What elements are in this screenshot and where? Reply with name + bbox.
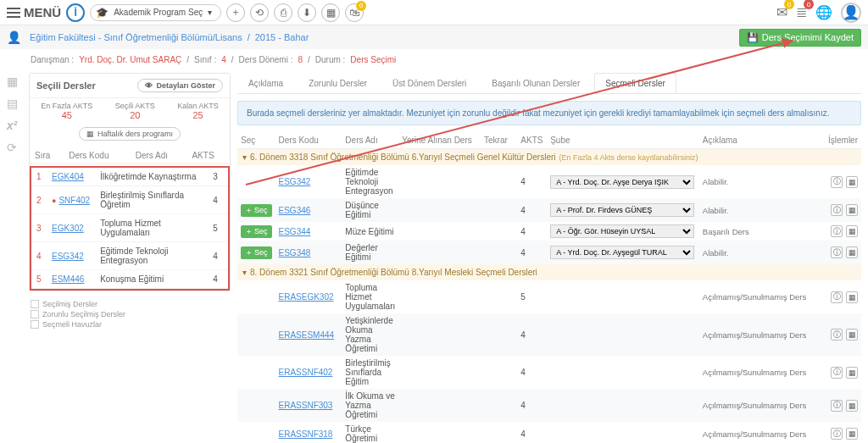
course-code-link[interactable]: ERASESM444 <box>279 330 335 340</box>
add-button[interactable]: ＋ <box>226 3 245 22</box>
sube-select[interactable]: A - Öğr. Gör. Hüseyin UYSAL <box>550 224 694 238</box>
info-icon[interactable]: ⓘ <box>831 204 843 216</box>
cart-button[interactable]: 🛍 <box>345 3 364 22</box>
col-ad: Ders Adı <box>131 147 187 164</box>
course-code-link[interactable]: ESG344 <box>279 227 311 236</box>
course-code-link[interactable]: ESG342 <box>52 252 84 261</box>
course-row: ERASSNF318Türkçe Öğretimi4Açılmamış/Sunu… <box>237 422 861 443</box>
tab-basarili[interactable]: Başarılı Olunan Dersler <box>481 73 591 93</box>
rail-calendar-icon[interactable]: ▦ <box>7 75 18 88</box>
schedule-icon[interactable]: ▦ <box>846 176 858 188</box>
course-code-link[interactable]: EGK302 <box>52 224 84 233</box>
rem-akts-label: Kalan AKTS <box>177 102 219 110</box>
info-icon[interactable]: ⓘ <box>831 225 843 237</box>
max-akts-value: 45 <box>41 110 92 120</box>
schedule-icon[interactable]: ▦ <box>846 291 858 303</box>
calendar-button[interactable]: ▦ <box>321 3 340 22</box>
info-icon[interactable]: ⓘ <box>831 428 843 440</box>
info-icon[interactable]: ⓘ <box>831 291 843 303</box>
rail-x2-icon[interactable]: x² <box>7 119 17 132</box>
mail-icon[interactable]: ✉0 <box>776 4 787 20</box>
course-code-link[interactable]: EGK404 <box>52 172 84 181</box>
sube-select[interactable]: A - Yrd. Doç. Dr. Ayşegül TURAL <box>550 246 694 259</box>
schedule-icon[interactable]: ▦ <box>846 225 858 237</box>
course-code-link[interactable]: SNF402 <box>58 196 90 205</box>
breadcrumb-part2: 2015 - Bahar <box>255 32 309 42</box>
sube-select[interactable]: A - Yrd. Doç. Dr. Ayşe Derya IŞIK <box>550 175 694 189</box>
rail-grid-icon[interactable]: ▤ <box>7 97 18 110</box>
graduation-cap-icon: 🎓 <box>96 7 108 19</box>
tab-aciklama[interactable]: Açıklama <box>237 73 294 93</box>
refresh-button[interactable]: ⟲ <box>250 3 269 22</box>
course-row: ＋ SeçESG344Müze Eğitimi4A - Öğr. Gör. Hü… <box>237 222 861 241</box>
group-header-row[interactable]: ▾6. Dönem 3318 Sınıf Öğretmenliği Bölümü… <box>237 149 861 166</box>
save-selection-button[interactable]: 💾 Ders Seçimimi Kaydet <box>739 29 861 47</box>
sube-select[interactable]: A - Prof. Dr. Firdevs GÜNEŞ <box>550 203 694 217</box>
program-dropdown-label: Akademik Program Seç <box>114 8 203 17</box>
add-course-button[interactable]: ＋ Seç <box>241 204 272 217</box>
course-row: ERASESM444Yetişkinlerde Okuma Yazma Öğre… <box>237 313 861 356</box>
info-icon[interactable]: ⓘ <box>831 176 843 188</box>
schedule-icon[interactable]: ▦ <box>846 367 858 379</box>
max-akts-label: En Fazla AKTS <box>41 102 92 110</box>
courses-table: Seç Ders Kodu Ders Adı Yerine Alınan Der… <box>237 132 861 443</box>
tab-zorunlu[interactable]: Zorunlu Dersler <box>298 73 378 93</box>
info-bar: Danışman : Yrd. Doç. Dr. Umut SARAÇ / Sı… <box>0 49 868 69</box>
breadcrumb-part1: Eğitim Fakültesi - Sınıf Öğretmenliği Bö… <box>30 32 242 42</box>
selected-course-row[interactable]: 2SNF402Birleştirilmiş Sınıflarda Öğretim… <box>31 186 228 214</box>
selected-course-row[interactable]: 1EGK404İlköğretimde Kaynaştırma3 <box>31 168 228 186</box>
add-course-button[interactable]: ＋ Seç <box>241 246 272 259</box>
course-code-link[interactable]: ERASSNF318 <box>279 429 333 439</box>
selected-course-row[interactable]: 5ESM446Konuşma Eğitimi4 <box>31 270 228 289</box>
person-icon: 👤 <box>7 30 21 44</box>
tab-secmeli[interactable]: Seçmeli Dersler <box>594 73 676 93</box>
tabs: Açıklama Zorunlu Dersler Üst Dönem Dersl… <box>237 73 861 94</box>
eye-icon: 👁 <box>145 81 153 90</box>
info-icon[interactable]: ⓘ <box>831 329 843 341</box>
status-label: Durum : <box>315 55 346 64</box>
info-note: Burada seçmeli dersleriniz yer almaktadı… <box>237 101 861 125</box>
schedule-icon[interactable]: ▦ <box>846 204 858 216</box>
course-code-link[interactable]: ERASSNF303 <box>279 401 333 410</box>
logo-icon[interactable]: İ <box>66 3 85 22</box>
add-course-button[interactable]: ＋ Seç <box>241 225 272 238</box>
status-value: Ders Seçimi <box>350 55 396 64</box>
print-button[interactable]: ⎙ <box>274 3 292 22</box>
schedule-icon[interactable]: ▦ <box>846 400 858 412</box>
course-code-link[interactable]: ESM446 <box>52 274 84 284</box>
schedule-icon[interactable]: ▦ <box>846 246 858 258</box>
selected-course-row[interactable]: 4ESG342Eğitimde Teknoloji Entegrasyon4 <box>31 242 228 270</box>
download-button[interactable]: ⬇ <box>298 3 316 22</box>
tasks-icon[interactable]: ≣0 <box>796 4 807 20</box>
selected-course-row[interactable]: 3EGK302Topluma Hizmet Uygulamaları5 <box>31 214 228 242</box>
legend: Seçilmiş Dersler Zorunlu Seçilmiş Dersle… <box>29 296 231 334</box>
menu-button[interactable]: MENÜ <box>7 5 61 19</box>
info-icon[interactable]: ⓘ <box>831 400 843 412</box>
save-icon: 💾 <box>747 32 759 43</box>
calendar-icon: ▦ <box>86 130 94 138</box>
program-dropdown[interactable]: 🎓 Akademik Program Seç ▾ <box>90 4 221 21</box>
col-akts: AKTS <box>186 147 230 164</box>
course-code-link[interactable]: ERASSNF402 <box>279 368 333 377</box>
course-row: ＋ SeçESG348Değerler Eğitimi4A - Yrd. Doç… <box>237 241 861 264</box>
col-kod: Ders Kodu <box>64 147 131 164</box>
detail-toggle-button[interactable]: 👁 Detayları Göster <box>137 79 223 92</box>
hamburger-icon <box>7 8 20 18</box>
weekly-schedule-button[interactable]: ▦ Haftalık ders programı <box>79 127 181 141</box>
course-code-link[interactable]: ESG346 <box>279 206 311 215</box>
group-header-row[interactable]: ▾8. Dönem 3321 Sınıf Öğretmenliği Bölümü… <box>237 264 861 280</box>
course-code-link[interactable]: ESG348 <box>279 248 311 257</box>
course-code-link[interactable]: ESG342 <box>279 177 311 186</box>
avatar[interactable]: 👤 <box>841 3 861 23</box>
globe-icon[interactable]: 🌐 <box>815 4 832 20</box>
info-icon[interactable]: ⓘ <box>831 246 843 258</box>
sel-akts-value: 20 <box>115 110 155 120</box>
course-code-link[interactable]: ERASEGK302 <box>279 292 334 302</box>
side-rail: ▦ ▤ x² ⟳ <box>0 69 24 443</box>
schedule-icon[interactable]: ▦ <box>846 428 858 440</box>
rail-refresh-icon[interactable]: ⟳ <box>7 141 17 154</box>
course-row: ＋ SeçESG346Düşünce Eğitimi4A - Prof. Dr.… <box>237 198 861 222</box>
tab-ust-donem[interactable]: Üst Dönem Dersleri <box>381 73 477 93</box>
schedule-icon[interactable]: ▦ <box>846 329 858 341</box>
info-icon[interactable]: ⓘ <box>831 367 843 379</box>
